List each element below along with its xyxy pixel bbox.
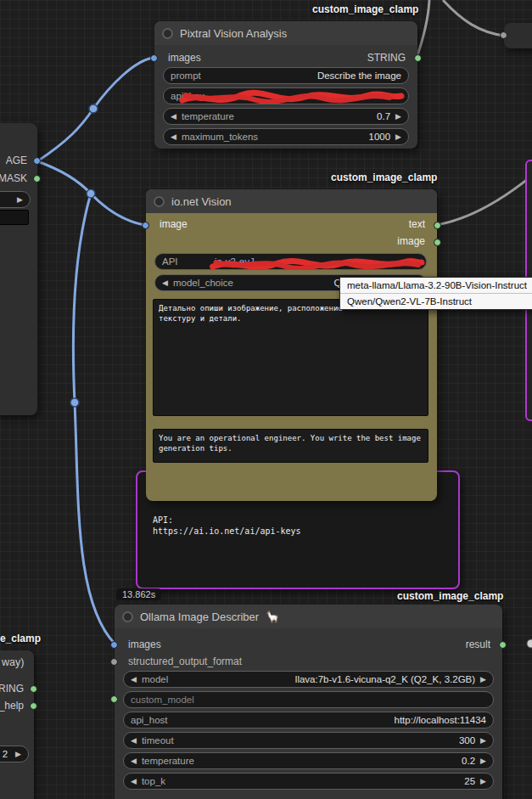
wire-text-to-right [436,175,532,225]
mask-output-slot[interactable] [33,175,41,183]
show-help-output-label: w_help [0,700,24,712]
text-output-slot[interactable] [434,222,441,229]
widget-value: 2 [3,749,8,759]
image-input-label: image [160,218,188,230]
widget-label: api_host [131,715,167,725]
node-title: Ollama Image Describer [140,611,259,623]
reroute-dot[interactable] [89,104,98,113]
reroute-dot[interactable] [70,398,79,407]
model-choice-dropdown[interactable]: meta-llama/Llama-3.2-90B-Vision-Instruct… [339,277,532,310]
image-output-label: image [397,235,425,247]
structured-output-format-input-slot[interactable] [110,658,118,666]
widget-label: API [162,256,178,267]
widget-label: top_k [142,776,165,786]
string-output-label: STRING [367,52,406,64]
ollama-image-describer-node[interactable]: Ollama Image Describer 🦙 images result s… [115,605,502,799]
widget-label: timeout [142,735,174,746]
cropped-text-field[interactable] [0,210,29,225]
wire-image-to-ollama [73,194,115,644]
ionet-vision-node[interactable]: io.net Vision image text image API io-v2… [146,189,437,501]
show-help-output-slot[interactable] [30,702,37,710]
decrement-arrow-icon[interactable]: ◀ [131,778,137,785]
increment-arrow-icon[interactable]: ▶ [395,113,401,121]
left-bottom-node[interactable]: way) TRING w_help 2 ▶ [0,650,34,799]
cropped-number-widget[interactable]: 2 ▶ [0,746,29,762]
decrement-arrow-icon[interactable]: ◀ [131,737,137,745]
increment-arrow-icon[interactable]: ▶ [395,133,401,141]
pixtral-vision-analysis-node[interactable]: Pixtral Vision Analysis images STRING pr… [154,21,417,149]
top-k-widget[interactable]: ◀ top_k 25 ▶ [123,773,494,790]
increment-arrow-icon[interactable]: ▶ [17,196,23,204]
increment-arrow-icon[interactable]: ▶ [480,676,486,684]
edge-dot[interactable] [527,639,532,648]
images-input-label: images [128,639,161,650]
image-output-slot[interactable] [33,157,41,165]
widget-label: prompt [171,70,201,81]
mask-output-label: MASK [0,172,27,184]
result-output-slot[interactable] [499,641,507,649]
image-output-label: AGE [6,155,27,166]
wire-image-to-pixtral [37,58,153,161]
collapse-circle-icon[interactable] [162,28,173,39]
redaction-scribble [155,253,426,270]
node-label-left-bottom: e_clamp [0,633,41,644]
model-widget[interactable]: ◀ model llava:7b-v1.6-vicuna-q2_K (Q2_K,… [123,671,494,688]
widget-value: 0.7 [377,111,390,121]
custom-model-widget[interactable]: custom_model [123,691,494,708]
node-label-ollama: custom_image_clamp [397,590,503,602]
increment-arrow-icon[interactable]: ▶ [15,751,21,758]
maximum-tokens-widget[interactable]: ◀ maximum_tokens 1000 ▶ [163,128,409,145]
string-output-slot[interactable] [414,54,422,62]
pixtral-node-header[interactable]: Pixtral Vision Analysis [154,21,417,45]
widget-value: 25 [464,776,475,786]
widget-label: custom_model [131,695,194,705]
text-output-label: text [409,218,425,230]
system-prompt-textarea[interactable]: You are an operational engineer. You wri… [153,429,428,463]
ollama-node-header[interactable]: Ollama Image Describer 🦙 [115,605,502,628]
timeout-widget[interactable]: ◀ timeout 300 ▶ [123,732,494,749]
execution-time-badge: 13.862s [116,588,161,600]
decrement-arrow-icon[interactable]: ◀ [162,279,168,287]
images-input-slot[interactable] [110,641,118,649]
widget-label: model [142,674,168,684]
increment-arrow-icon[interactable]: ▶ [480,737,486,745]
api-key-widget[interactable]: API io-v2-eyJ [154,253,427,270]
prompt-textarea[interactable]: Детально опиши изображение, расположение… [153,299,428,416]
dropdown-item-llama[interactable]: meta-llama/Llama-3.2-90B-Vision-Instruct [340,278,532,293]
cropped-widget[interactable]: ▶ [0,191,31,208]
dropdown-item-qwen[interactable]: Qwen/Qwen2-VL-7B-Instruct [340,293,532,309]
node-label-ionet: custom_image_clamp [331,172,437,183]
widget-value: 1000 [368,132,390,142]
increment-arrow-icon[interactable]: ▶ [480,778,486,785]
image-output-slot[interactable] [434,239,441,246]
api-key-widget[interactable]: api_key [163,87,409,104]
decrement-arrow-icon[interactable]: ◀ [131,676,137,684]
increment-arrow-icon[interactable]: ▶ [480,757,486,765]
widget-label: api_key [171,91,204,101]
node-graph-canvas[interactable]: custom_image_clamp custom_image_clamp cu… [0,0,532,799]
temperature-widget[interactable]: ◀ temperature 0.7 ▶ [163,108,409,125]
decrement-arrow-icon[interactable]: ◀ [171,113,176,121]
widget-value: llava:7b-v1.6-vicuna-q2_K (Q2_K, 3.2GB) [295,674,475,684]
offscreen-node-corner[interactable] [504,23,532,48]
widget-label: temperature [142,756,194,766]
string-output-slot[interactable] [30,685,37,693]
left-image-node[interactable]: AGE MASK ▶ [0,123,37,415]
llama-icon: 🦙 [266,611,279,623]
images-input-slot[interactable] [150,54,158,62]
reroute-dot[interactable] [87,189,95,198]
widget-value: 0.2 [462,756,475,766]
image-input-slot[interactable] [142,222,149,229]
prompt-widget[interactable]: prompt Describe the image [163,67,409,84]
widget-label: temperature [182,111,234,121]
custom-model-input-slot[interactable] [110,695,118,703]
collapse-circle-icon[interactable] [154,196,165,207]
decrement-arrow-icon[interactable]: ◀ [131,757,137,765]
decrement-arrow-icon[interactable]: ◀ [171,133,176,141]
ionet-node-header[interactable]: io.net Vision [146,189,437,213]
input-slot[interactable] [500,31,507,39]
collapse-circle-icon[interactable] [122,611,133,622]
temperature-widget[interactable]: ◀ temperature 0.2 ▶ [123,752,494,769]
api-host-widget[interactable]: api_host http://localhost:11434 [123,712,494,729]
node-title: io.net Vision [171,195,232,208]
